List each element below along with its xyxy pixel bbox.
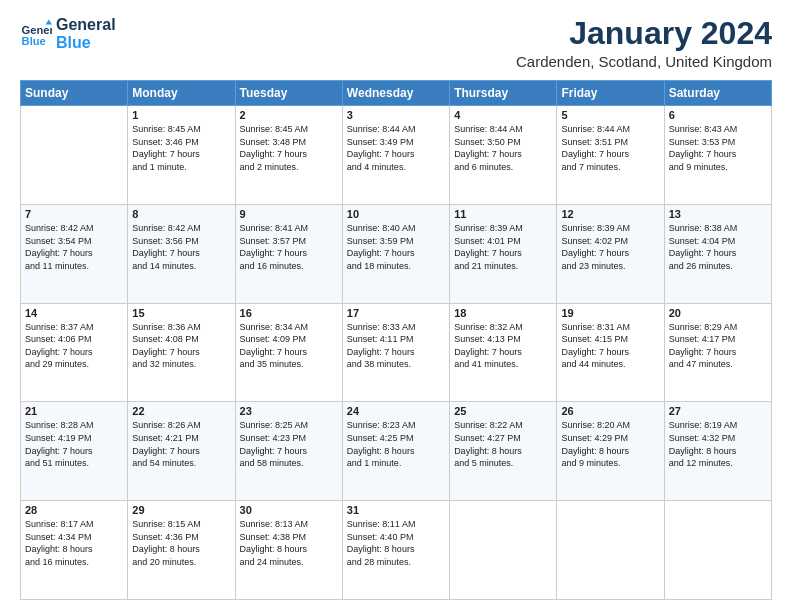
cell-info: Daylight: 7 hours [669, 247, 767, 260]
cell-info: Sunrise: 8:29 AM [669, 321, 767, 334]
calendar-cell: 20Sunrise: 8:29 AMSunset: 4:17 PMDayligh… [664, 303, 771, 402]
calendar-cell: 25Sunrise: 8:22 AMSunset: 4:27 PMDayligh… [450, 402, 557, 501]
day-number: 22 [132, 405, 230, 417]
cell-info: Sunset: 4:27 PM [454, 432, 552, 445]
cell-info: Sunset: 4:19 PM [25, 432, 123, 445]
day-number: 3 [347, 109, 445, 121]
cell-info: and 47 minutes. [669, 358, 767, 371]
cell-info: Daylight: 7 hours [347, 346, 445, 359]
cell-info: Sunset: 4:34 PM [25, 531, 123, 544]
cell-info: Daylight: 8 hours [669, 445, 767, 458]
calendar-cell: 17Sunrise: 8:33 AMSunset: 4:11 PMDayligh… [342, 303, 449, 402]
cell-info: Sunrise: 8:33 AM [347, 321, 445, 334]
logo: General Blue General Blue [20, 16, 116, 51]
cell-info: and 54 minutes. [132, 457, 230, 470]
cell-info: Daylight: 8 hours [561, 445, 659, 458]
cell-info: Sunset: 4:17 PM [669, 333, 767, 346]
cell-info: Sunrise: 8:20 AM [561, 419, 659, 432]
cell-info: Daylight: 7 hours [240, 445, 338, 458]
calendar-cell [450, 501, 557, 600]
day-number: 8 [132, 208, 230, 220]
day-number: 14 [25, 307, 123, 319]
cell-info: Sunrise: 8:19 AM [669, 419, 767, 432]
cell-info: Sunset: 3:56 PM [132, 235, 230, 248]
calendar-cell: 27Sunrise: 8:19 AMSunset: 4:32 PMDayligh… [664, 402, 771, 501]
cell-info: and 5 minutes. [454, 457, 552, 470]
cell-info: Daylight: 7 hours [454, 346, 552, 359]
cell-info: Sunrise: 8:39 AM [454, 222, 552, 235]
cell-info: and 12 minutes. [669, 457, 767, 470]
calendar-cell: 12Sunrise: 8:39 AMSunset: 4:02 PMDayligh… [557, 204, 664, 303]
cell-info: Sunrise: 8:42 AM [132, 222, 230, 235]
cell-info: and 51 minutes. [25, 457, 123, 470]
cell-info: Daylight: 7 hours [132, 148, 230, 161]
cell-info: Daylight: 7 hours [132, 445, 230, 458]
week-row-5: 28Sunrise: 8:17 AMSunset: 4:34 PMDayligh… [21, 501, 772, 600]
cell-info: and 14 minutes. [132, 260, 230, 273]
day-number: 28 [25, 504, 123, 516]
cell-info: and 28 minutes. [347, 556, 445, 569]
logo-general: General [56, 16, 116, 34]
calendar-cell: 3Sunrise: 8:44 AMSunset: 3:49 PMDaylight… [342, 106, 449, 205]
cell-info: Sunrise: 8:36 AM [132, 321, 230, 334]
cell-info: Sunrise: 8:44 AM [561, 123, 659, 136]
calendar-cell [21, 106, 128, 205]
day-number: 18 [454, 307, 552, 319]
calendar-cell: 16Sunrise: 8:34 AMSunset: 4:09 PMDayligh… [235, 303, 342, 402]
day-header-wednesday: Wednesday [342, 81, 449, 106]
svg-marker-2 [46, 19, 52, 24]
calendar-cell: 4Sunrise: 8:44 AMSunset: 3:50 PMDaylight… [450, 106, 557, 205]
cell-info: Sunrise: 8:41 AM [240, 222, 338, 235]
cell-info: and 11 minutes. [25, 260, 123, 273]
cell-info: Daylight: 8 hours [25, 543, 123, 556]
cell-info: Daylight: 8 hours [347, 543, 445, 556]
cell-info: Sunset: 4:29 PM [561, 432, 659, 445]
cell-info: Sunset: 3:48 PM [240, 136, 338, 149]
cell-info: Sunrise: 8:17 AM [25, 518, 123, 531]
calendar-cell: 18Sunrise: 8:32 AMSunset: 4:13 PMDayligh… [450, 303, 557, 402]
cell-info: and 32 minutes. [132, 358, 230, 371]
cell-info: Sunset: 4:01 PM [454, 235, 552, 248]
cell-info: Daylight: 8 hours [240, 543, 338, 556]
cell-info: Daylight: 7 hours [347, 247, 445, 260]
title-area: January 2024 Cardenden, Scotland, United… [516, 16, 772, 70]
cell-info: Sunrise: 8:13 AM [240, 518, 338, 531]
cell-info: Daylight: 7 hours [25, 247, 123, 260]
calendar-cell: 31Sunrise: 8:11 AMSunset: 4:40 PMDayligh… [342, 501, 449, 600]
day-number: 7 [25, 208, 123, 220]
day-number: 2 [240, 109, 338, 121]
svg-text:Blue: Blue [22, 35, 46, 47]
calendar-cell: 1Sunrise: 8:45 AMSunset: 3:46 PMDaylight… [128, 106, 235, 205]
day-number: 11 [454, 208, 552, 220]
cell-info: and 20 minutes. [132, 556, 230, 569]
calendar-cell: 13Sunrise: 8:38 AMSunset: 4:04 PMDayligh… [664, 204, 771, 303]
calendar-cell: 22Sunrise: 8:26 AMSunset: 4:21 PMDayligh… [128, 402, 235, 501]
cell-info: Daylight: 7 hours [132, 346, 230, 359]
week-row-1: 1Sunrise: 8:45 AMSunset: 3:46 PMDaylight… [21, 106, 772, 205]
cell-info: and 4 minutes. [347, 161, 445, 174]
cell-info: and 1 minute. [132, 161, 230, 174]
day-number: 15 [132, 307, 230, 319]
cell-info: Sunrise: 8:28 AM [25, 419, 123, 432]
cell-info: and 9 minutes. [669, 161, 767, 174]
cell-info: Sunrise: 8:22 AM [454, 419, 552, 432]
cell-info: Daylight: 7 hours [669, 346, 767, 359]
cell-info: and 9 minutes. [561, 457, 659, 470]
cell-info: Daylight: 7 hours [25, 346, 123, 359]
cell-info: and 6 minutes. [454, 161, 552, 174]
cell-info: Sunrise: 8:11 AM [347, 518, 445, 531]
calendar-cell: 10Sunrise: 8:40 AMSunset: 3:59 PMDayligh… [342, 204, 449, 303]
day-header-monday: Monday [128, 81, 235, 106]
cell-info: Sunset: 4:36 PM [132, 531, 230, 544]
cell-info: Sunset: 4:08 PM [132, 333, 230, 346]
calendar-cell: 8Sunrise: 8:42 AMSunset: 3:56 PMDaylight… [128, 204, 235, 303]
cell-info: Sunset: 3:59 PM [347, 235, 445, 248]
cell-info: Sunset: 4:09 PM [240, 333, 338, 346]
cell-info: and 35 minutes. [240, 358, 338, 371]
cell-info: and 41 minutes. [454, 358, 552, 371]
day-number: 23 [240, 405, 338, 417]
cell-info: Daylight: 7 hours [240, 346, 338, 359]
day-number: 6 [669, 109, 767, 121]
cell-info: Sunrise: 8:43 AM [669, 123, 767, 136]
day-number: 25 [454, 405, 552, 417]
